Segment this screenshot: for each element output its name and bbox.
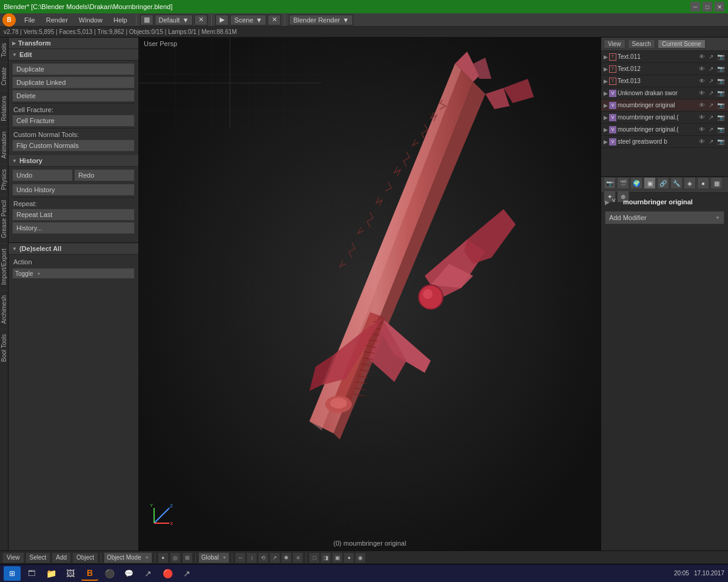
world-props-btn[interactable]: 🌍 — [630, 177, 642, 189]
cursor-icon[interactable]: ↗ — [707, 53, 715, 60]
cursor-icon-4[interactable]: ↗ — [707, 90, 715, 96]
close-workspace-btn[interactable]: ✕ — [194, 15, 207, 25]
task-view-btn[interactable]: 🗔 — [23, 566, 40, 581]
mode-dropdown[interactable]: Object Mode — [104, 552, 152, 563]
select-all-header[interactable]: ▼ (De)select All — [8, 243, 138, 255]
transform-dropdown[interactable]: Global — [198, 552, 230, 563]
outliner-item-mournbringer[interactable]: ▶ V mournbringer original 👁 ↗ 📷 — [601, 99, 728, 112]
tab-archimesh[interactable]: Archimesh — [0, 290, 8, 329]
manipulator-icon-3[interactable]: ⟲ — [258, 552, 269, 563]
window-controls[interactable]: ─ □ ✕ — [690, 2, 724, 12]
duplicate-linked-btn[interactable]: Duplicate Linked — [12, 76, 135, 89]
object-props-btn[interactable]: ▣ — [644, 177, 656, 189]
viewport-mode-1[interactable]: □ — [309, 552, 320, 563]
render-icon-5[interactable]: 📷 — [716, 102, 726, 109]
minimize-btn[interactable]: ─ — [690, 2, 700, 12]
scene-icon-btn[interactable]: ▶ — [215, 15, 229, 25]
outliner-view-btn[interactable]: View — [604, 39, 625, 48]
render-menu[interactable]: Render — [41, 15, 73, 25]
cursor-icon-6[interactable]: ↗ — [707, 114, 715, 121]
render-icon-7[interactable]: 📷 — [716, 126, 726, 133]
cursor-icon-7[interactable]: ↗ — [707, 126, 715, 133]
eye-icon-5[interactable]: 👁 — [698, 102, 706, 109]
window-menu[interactable]: Window — [74, 15, 107, 25]
close-scene-btn[interactable]: ✕ — [268, 15, 281, 25]
eye-icon-8[interactable]: 👁 — [698, 138, 706, 145]
edit-header[interactable]: ▼ Edit — [8, 49, 138, 61]
add-modifier-btn[interactable]: Add Modifier — [605, 211, 724, 224]
outliner-item-steel[interactable]: ▶ V steel greatsword b 👁 ↗ 📷 — [601, 136, 728, 148]
scene-props-btn[interactable]: 🎬 — [617, 177, 629, 189]
flip-normals-btn[interactable]: Flip Custom Normals — [12, 139, 135, 152]
file-menu[interactable]: File — [19, 15, 40, 25]
pivot-icon[interactable]: ● — [158, 552, 169, 563]
toggle-dropdown[interactable]: Toggle — [12, 268, 135, 279]
manipulator-icon-5[interactable]: ✱ — [281, 552, 292, 563]
eye-icon-7[interactable]: 👁 — [698, 126, 706, 133]
app-9[interactable]: ↗ — [178, 566, 195, 581]
renderer-dropdown[interactable]: Blender Render▼ — [289, 15, 353, 25]
outliner-search-btn[interactable]: Search — [628, 39, 656, 48]
workspace-dropdown[interactable]: Default▼ — [155, 15, 194, 25]
maximize-btn[interactable]: □ — [703, 2, 712, 12]
cursor-icon-8[interactable]: ↗ — [707, 138, 715, 145]
object-menu-btn[interactable]: Object — [72, 552, 98, 563]
tab-physics[interactable]: Physics — [0, 164, 8, 195]
layout-icon-btn[interactable]: ▦ — [140, 15, 153, 25]
transform-header[interactable]: ▶ Transform — [8, 38, 138, 49]
render-icon-4[interactable]: 📷 — [716, 90, 726, 96]
manipulator-icon-2[interactable]: ↕ — [246, 552, 257, 563]
cursor-icon-3[interactable]: ↗ — [707, 78, 715, 84]
tab-import-export[interactable]: Import/Export — [0, 243, 8, 290]
app-5[interactable]: ⚫ — [101, 566, 118, 581]
eye-icon-2[interactable]: 👁 — [698, 65, 706, 72]
eye-icon-4[interactable]: 👁 — [698, 90, 706, 96]
tab-bool-tools[interactable]: Bool Tools — [0, 329, 8, 367]
cell-fracture-btn[interactable]: Cell Fracture — [12, 115, 135, 127]
select-menu-btn[interactable]: Select — [25, 552, 51, 563]
tab-tools[interactable]: Tools — [0, 38, 8, 62]
blender-app-btn[interactable]: B — [81, 566, 98, 581]
render-props-btn[interactable]: 📷 — [604, 177, 616, 189]
undo-btn[interactable]: Undo — [12, 169, 73, 181]
undo-history-btn[interactable]: Undo History — [12, 184, 135, 196]
manipulator-icon-6[interactable]: ≡ — [292, 552, 303, 563]
help-menu[interactable]: Help — [109, 15, 132, 25]
app-7[interactable]: ↗ — [140, 566, 157, 581]
app-8[interactable]: 🔴 — [159, 566, 176, 581]
proportional-icon[interactable]: ⊞ — [182, 552, 193, 563]
viewport-mode-3[interactable]: ▣ — [332, 552, 343, 563]
manipulator-icon-4[interactable]: ↗ — [269, 552, 280, 563]
outliner-item-text013[interactable]: ▶ T Text.013 👁 ↗ 📷 — [601, 75, 728, 87]
delete-btn[interactable]: Delete — [12, 90, 135, 102]
repeat-last-btn[interactable]: Repeat Last — [12, 209, 135, 221]
outliner-item-mournbringer2[interactable]: ▶ V mournbringer original.( 👁 ↗ 📷 — [601, 112, 728, 124]
manipulator-icon-1[interactable]: ↔ — [235, 552, 246, 563]
duplicate-btn[interactable]: Duplicate — [12, 63, 135, 75]
close-btn[interactable]: ✕ — [715, 2, 724, 12]
render-icon-3[interactable]: 📷 — [716, 78, 726, 84]
constraints-btn[interactable]: 🔗 — [657, 177, 669, 189]
eye-icon-3[interactable]: 👁 — [698, 78, 706, 84]
history-dots-btn[interactable]: History... — [12, 222, 135, 234]
data-btn[interactable]: ◈ — [684, 177, 696, 189]
render-icon-2[interactable]: 📷 — [716, 65, 726, 72]
add-menu-btn[interactable]: Add — [52, 552, 71, 563]
eye-icon[interactable]: 👁 — [698, 53, 706, 60]
photo-btn[interactable]: 🖼 — [62, 566, 79, 581]
outliner-item-unknown[interactable]: ▶ V Unknown drakan swor 👁 ↗ 📷 — [601, 87, 728, 99]
redo-btn[interactable]: Redo — [74, 169, 135, 181]
material-btn[interactable]: ● — [697, 177, 709, 189]
view-menu-btn[interactable]: View — [2, 552, 24, 563]
tab-create[interactable]: Create — [0, 62, 8, 90]
file-explorer-btn[interactable]: 📁 — [42, 566, 59, 581]
outliner-current-scene-btn[interactable]: Current Scene — [658, 39, 705, 48]
outliner-item-mournbringer3[interactable]: ▶ V mournbringer original.( 👁 ↗ 📷 — [601, 124, 728, 136]
render-icon-6[interactable]: 📷 — [716, 114, 726, 121]
render-icon[interactable]: 📷 — [716, 53, 726, 60]
cursor-icon-2[interactable]: ↗ — [707, 65, 715, 72]
tab-animation[interactable]: Animation — [0, 126, 8, 163]
render-icon-8[interactable]: 📷 — [716, 138, 726, 145]
snap-icon[interactable]: ◎ — [170, 552, 181, 563]
outliner-item-text012[interactable]: ▶ T Text.012 👁 ↗ 📷 — [601, 63, 728, 75]
